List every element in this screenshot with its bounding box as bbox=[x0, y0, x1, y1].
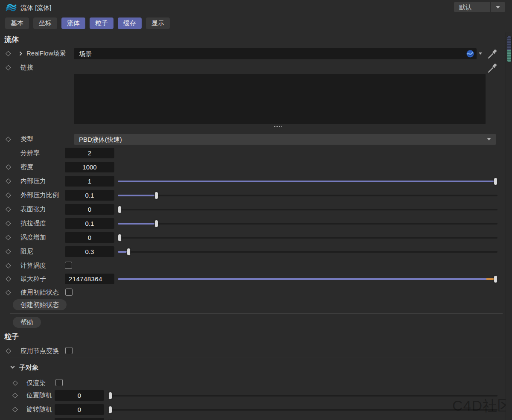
damping-slider[interactable] bbox=[118, 246, 497, 257]
expand-chevron-icon[interactable] bbox=[18, 52, 22, 56]
watermark: C4D社区 bbox=[452, 396, 512, 416]
scene-dropdown-arrow-icon[interactable] bbox=[479, 52, 482, 55]
param-label: 表面张力 bbox=[20, 205, 46, 213]
external-pressure-scale-slider[interactable] bbox=[118, 190, 497, 201]
slider-handle[interactable] bbox=[108, 406, 112, 414]
tab-display[interactable]: 显示 bbox=[146, 18, 170, 29]
vorticity-boost-slider[interactable] bbox=[118, 232, 497, 243]
row-realflow-scene: RealFlow场景 场景 bbox=[0, 48, 512, 59]
param-diamond-icon[interactable] bbox=[6, 249, 11, 254]
render-only-checkbox[interactable] bbox=[55, 379, 63, 386]
external-pressure-scale-input[interactable]: 0.1 bbox=[65, 190, 114, 201]
scrollbar-thumb[interactable] bbox=[507, 36, 512, 62]
slider-track bbox=[108, 409, 497, 411]
slider-handle[interactable] bbox=[154, 220, 158, 228]
preset-arrow-button[interactable] bbox=[491, 2, 505, 12]
param-label: 计算涡度 bbox=[20, 262, 46, 270]
clipped-slider[interactable] bbox=[108, 418, 497, 420]
param-diamond-icon[interactable] bbox=[12, 407, 18, 412]
param-label: 最大粒子 bbox=[20, 275, 46, 283]
damping-input[interactable]: 0.3 bbox=[65, 246, 114, 257]
link-list-box[interactable] bbox=[74, 74, 486, 124]
param-label: 内部压力 bbox=[20, 177, 46, 185]
rotation-random-slider[interactable] bbox=[108, 404, 497, 415]
internal-pressure-slider[interactable] bbox=[118, 176, 497, 187]
eyedropper-icon[interactable] bbox=[487, 48, 498, 59]
position-random-input[interactable]: 0 bbox=[55, 390, 104, 401]
slider-handle[interactable] bbox=[118, 234, 122, 242]
surface-tension-slider[interactable] bbox=[118, 204, 497, 215]
tab-cache[interactable]: 缓存 bbox=[118, 18, 142, 29]
surface-tension-input[interactable]: 0 bbox=[65, 204, 114, 215]
internal-pressure-input[interactable]: 1 bbox=[65, 176, 114, 187]
help-button[interactable]: 帮助 bbox=[13, 317, 41, 328]
row-surface-tension: 表面张力 0 bbox=[0, 204, 512, 215]
rotation-random-input[interactable]: 0 bbox=[55, 404, 104, 415]
slider-handle[interactable] bbox=[494, 275, 497, 283]
row-link: 链接 bbox=[0, 62, 512, 73]
preset-value[interactable]: 默认 bbox=[454, 2, 491, 12]
param-diamond-icon[interactable] bbox=[6, 348, 11, 354]
tab-coordinates[interactable]: 坐标 bbox=[33, 18, 57, 29]
clipped-input[interactable] bbox=[55, 418, 104, 420]
max-particles-input[interactable]: 214748364 bbox=[65, 274, 114, 284]
create-initial-state-button[interactable]: 创建初始状态 bbox=[13, 299, 67, 310]
row-internal-pressure: 内部压力 1 bbox=[0, 176, 512, 187]
preset-dropdown[interactable]: 默认 bbox=[454, 2, 505, 12]
slider-track bbox=[118, 223, 497, 225]
section-header-fluid: 流体 bbox=[4, 35, 19, 44]
apply-node-transform-checkbox[interactable] bbox=[65, 347, 73, 354]
resolution-input[interactable]: 2 bbox=[65, 148, 114, 158]
vorticity-boost-input[interactable]: 0 bbox=[65, 232, 114, 243]
row-type: 类型 PBD液体(快速) bbox=[0, 134, 512, 145]
slider-track bbox=[118, 195, 497, 196]
param-diamond-icon[interactable] bbox=[12, 380, 18, 386]
param-diamond-icon[interactable] bbox=[6, 235, 11, 240]
slider-handle[interactable] bbox=[494, 178, 497, 185]
scene-link-field[interactable]: 场景 bbox=[74, 48, 477, 59]
type-dropdown[interactable]: PBD液体(快速) bbox=[74, 134, 496, 145]
param-diamond-icon[interactable] bbox=[12, 393, 18, 398]
slider-handle[interactable] bbox=[127, 248, 131, 256]
compute-vorticity-checkbox[interactable] bbox=[65, 262, 72, 269]
slider-handle[interactable] bbox=[154, 192, 158, 199]
param-diamond-icon[interactable] bbox=[6, 178, 11, 184]
slider-track bbox=[118, 237, 497, 239]
max-particles-slider[interactable] bbox=[118, 274, 497, 285]
param-label: 外部压力比例 bbox=[20, 191, 59, 199]
tab-fluid[interactable]: 流体 bbox=[61, 18, 85, 29]
slider-handle[interactable] bbox=[108, 392, 112, 400]
param-diamond-icon[interactable] bbox=[6, 221, 11, 226]
eyedropper-icon[interactable] bbox=[487, 62, 498, 73]
slider-handle[interactable] bbox=[118, 206, 122, 213]
attribute-manager-panel: 流体 [流体] 默认 基本 坐标 流体 粒子 缓存 显示 流体 RealFlow… bbox=[0, 0, 512, 420]
collapse-chevron-icon[interactable] bbox=[11, 365, 15, 369]
param-label: 阻尼 bbox=[20, 248, 33, 256]
param-diamond-icon[interactable] bbox=[6, 137, 11, 142]
density-input[interactable]: 1000 bbox=[65, 162, 114, 172]
tab-particles[interactable]: 粒子 bbox=[90, 18, 113, 29]
tensile-strength-input[interactable]: 0.1 bbox=[65, 218, 114, 229]
tab-basic[interactable]: 基本 bbox=[5, 18, 29, 29]
chevron-down-icon bbox=[496, 6, 500, 9]
tensile-strength-slider[interactable] bbox=[118, 218, 497, 229]
use-initial-state-checkbox[interactable] bbox=[65, 289, 73, 296]
slider-fill bbox=[118, 223, 155, 225]
param-diamond-icon[interactable] bbox=[6, 263, 11, 268]
resize-grip-icon[interactable] bbox=[274, 126, 282, 127]
group-header-subobject[interactable]: 子对象 bbox=[0, 362, 512, 373]
position-random-slider[interactable] bbox=[108, 390, 497, 401]
param-diamond-icon[interactable] bbox=[6, 290, 11, 295]
scrollbar-thumb-texture-teal bbox=[507, 50, 511, 62]
vertical-scrollbar[interactable] bbox=[506, 32, 512, 420]
param-diamond-icon[interactable] bbox=[6, 65, 11, 70]
param-diamond-icon[interactable] bbox=[6, 192, 11, 198]
row-density: 密度 1000 bbox=[0, 162, 512, 173]
param-label: 涡度增加 bbox=[20, 233, 46, 242]
param-diamond-icon[interactable] bbox=[6, 164, 11, 170]
slider-fill bbox=[118, 251, 127, 253]
param-label: 密度 bbox=[20, 163, 33, 171]
param-diamond-icon[interactable] bbox=[6, 276, 11, 282]
param-diamond-icon[interactable] bbox=[6, 207, 11, 212]
param-diamond-icon[interactable] bbox=[6, 51, 11, 56]
